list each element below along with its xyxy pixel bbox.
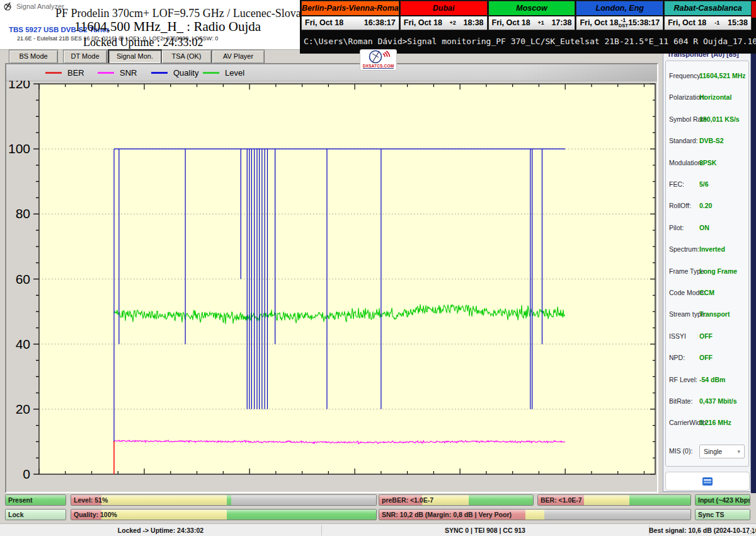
- world-clocks: Berlin-Paris-Vienna-Roma Fri, Oct 18 16:…: [301, 1, 752, 30]
- header-block: Signal Analyzer PF Prodelin 370cm+ LOF=9…: [0, 0, 301, 50]
- mis-dropdown[interactable]: Single▾: [699, 445, 745, 458]
- field-label: Spectrum:: [669, 245, 699, 253]
- console-window: Berlin-Paris-Vienna-Roma Fri, Oct 18 16:…: [300, 0, 756, 54]
- transponder-field: Symbol Rate:180,011 KS/s: [666, 115, 748, 124]
- lock-indicator: Lock: [5, 509, 66, 520]
- legend-item-level: Level: [203, 64, 244, 81]
- field-value: 5/6: [699, 180, 709, 188]
- dxsatcs-logo: DXSATCS.COM: [360, 49, 397, 71]
- logo-text: DXSATCS.COM: [363, 64, 394, 69]
- clock-city: Dubai: [400, 1, 488, 16]
- save-button[interactable]: [665, 472, 750, 491]
- transponder-field: BitRate:0,437 Mbit/s: [666, 397, 748, 406]
- field-value: Transport: [699, 310, 730, 318]
- clock-date: Fri, Oct 18: [668, 18, 706, 27]
- mis-value: Single: [704, 448, 722, 455]
- quality-bar: Quality: 100%: [71, 509, 377, 520]
- svg-text:20: 20: [16, 402, 30, 416]
- background-strip: [751, 0, 756, 493]
- field-value: Long Frame: [699, 267, 737, 275]
- signal-analyzer-window: Signal Analyzer PF Prodelin 370cm+ LOF=9…: [0, 0, 756, 536]
- mis-label: MIS (0):: [669, 447, 692, 455]
- clock-city: Berlin-Paris-Vienna-Roma: [301, 1, 399, 16]
- resize-grip[interactable]: [748, 527, 755, 534]
- sync-ts-indicator: Sync TS: [695, 509, 750, 520]
- field-label: ISSYI: [669, 332, 686, 340]
- transponder-field: Stream type:Transport: [666, 310, 748, 319]
- transponder-field: FEC:5/6: [666, 180, 748, 189]
- chart-legend: BER SNR Quality Level: [6, 64, 657, 81]
- field-value: OFF: [699, 332, 713, 340]
- clock-date: Fri, Oct 18: [580, 18, 618, 27]
- tab-bs-mode[interactable]: BS Mode: [9, 50, 58, 64]
- svg-text:120: 120: [8, 81, 30, 91]
- field-label: FEC:: [669, 180, 684, 188]
- field-value: 8PSK: [699, 159, 716, 166]
- status-uptime: Locked -> Uptime: 24:33:02: [0, 524, 321, 536]
- clock-date: Fri, Oct 18: [404, 18, 442, 27]
- satellite-dish-icon: [366, 50, 391, 64]
- clock-offset: +1: [537, 20, 544, 26]
- clock-city: London, Eng: [576, 1, 663, 16]
- tab-tsa[interactable]: TSA (OK): [161, 50, 212, 64]
- tab-dt-mode[interactable]: DT Mode: [63, 50, 107, 64]
- tab-av-player[interactable]: AV Player: [212, 50, 265, 64]
- transponder-field: Polarization:Horizontal: [666, 93, 748, 102]
- clock-london: London, Eng Fri, Oct 18 -1DST 15:38:17: [576, 1, 664, 30]
- transponder-field: Standard:DVB-S2: [666, 137, 748, 146]
- clock-time: 15:38: [728, 18, 748, 27]
- signal-chart-panel: BER SNR Quality Level 020406080100120: [5, 63, 658, 493]
- clock-date: Fri, Oct 18: [492, 18, 530, 27]
- field-value: DVB-S2: [699, 137, 724, 144]
- svg-text:80: 80: [16, 206, 30, 221]
- svg-text:100: 100: [8, 141, 30, 156]
- transponder-field: Spectrum:Inverted: [666, 245, 748, 254]
- transponder-field: ISSYIOFF: [666, 332, 748, 341]
- tab-signal-mon[interactable]: Signal Mon.: [108, 50, 161, 64]
- uptime-overlay: Locked Uptime : 24:33:02: [83, 36, 203, 49]
- svg-text:60: 60: [16, 272, 30, 286]
- field-value: -54 dBm: [699, 376, 725, 383]
- field-value: ON: [699, 224, 709, 231]
- legend-item-quality: Quality: [151, 64, 198, 81]
- signal-history-plot: 020406080100120: [6, 81, 657, 492]
- field-value: CCM: [699, 289, 714, 296]
- field-value: OFF: [699, 354, 713, 361]
- background-window-sliver: [752, 1, 756, 18]
- field-label: RollOff:: [669, 202, 691, 209]
- clock-city: Rabat-Casablanca: [664, 1, 752, 16]
- field-value: 180,011 KS/s: [699, 115, 740, 123]
- status-bar: Locked -> Uptime: 24:33:02 SYNC 0 | TEI …: [0, 523, 756, 536]
- field-value: 11604,521 MHz: [699, 72, 746, 79]
- field-label: Modulation:: [669, 159, 703, 166]
- transponder-field: Frequency:11604,521 MHz: [666, 72, 748, 81]
- present-indicator: Present: [5, 494, 66, 506]
- console-prompt: C:\Users\Roman Dávid>Signal monitoring_P…: [304, 37, 756, 46]
- transponder-field: Code Mode:CCM: [666, 289, 748, 298]
- clock-date: Fri, Oct 18: [305, 18, 343, 27]
- field-label: BitRate:: [669, 397, 692, 405]
- clock-dubai: Dubai Fri, Oct 18 +2 18:38: [400, 1, 488, 30]
- transponder-panel: Transponder (A0) [85] Frequency:11604,52…: [663, 49, 751, 492]
- ber-bar: BER: <1.0E-7: [537, 494, 691, 506]
- disk-icon: [702, 477, 713, 486]
- svg-text:0: 0: [23, 467, 30, 481]
- svg-text:40: 40: [16, 337, 30, 351]
- field-label: Frequency:: [669, 72, 702, 79]
- chevron-down-icon: ▾: [737, 448, 740, 455]
- legend-item-ber: BER: [45, 64, 84, 81]
- field-value: Inverted: [699, 245, 725, 253]
- transponder-field: Modulation:8PSK: [666, 159, 748, 168]
- legend-item-snr: SNR: [98, 64, 137, 81]
- status-sync: SYNC 0 | TEI 908 | CC 913: [321, 524, 649, 536]
- preber-bar: preBER: <1.0E-7: [379, 494, 534, 506]
- transponder-field: CarrierWidth:0,216 MHz: [666, 419, 748, 428]
- clock-offset: -1: [714, 20, 719, 26]
- clock-moscow: Moscow Fri, Oct 18 +1 17:38: [488, 1, 576, 30]
- status-best-signal: Best signal: 10,6 dB (2024-10-17 16:22): [649, 524, 747, 536]
- field-label: RF Level:: [669, 376, 697, 383]
- app-icon: [4, 2, 13, 11]
- field-label: Standard:: [669, 137, 698, 144]
- transponder-fields-box: Frequency:11604,521 MHzPolarization:Hori…: [665, 61, 749, 467]
- input-bar: Input (~423 Kbps): [695, 494, 750, 506]
